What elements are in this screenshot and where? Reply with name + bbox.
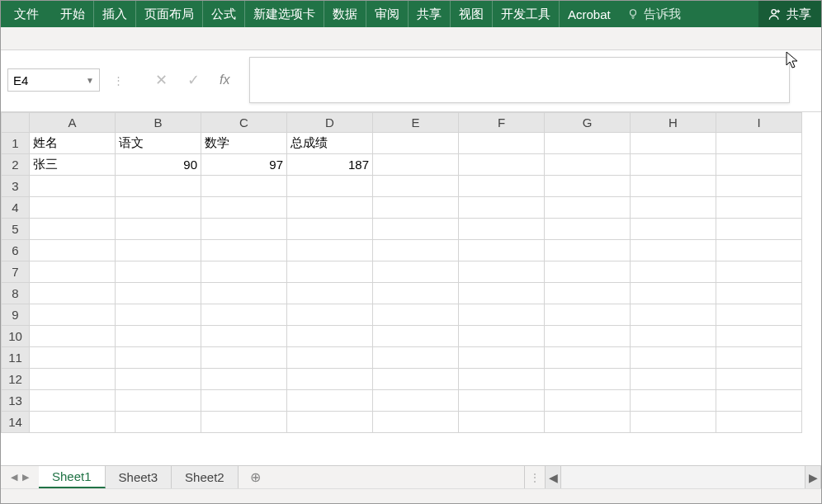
cell-C2[interactable]: 97 xyxy=(201,154,287,176)
ribbon-tab-view[interactable]: 视图 xyxy=(451,1,493,27)
cell-G3[interactable] xyxy=(545,176,631,197)
cell-C9[interactable] xyxy=(201,304,287,326)
cell-G6[interactable] xyxy=(545,240,631,261)
cell-A11[interactable] xyxy=(30,347,116,369)
ribbon-tab-new-tab[interactable]: 新建选项卡 xyxy=(245,1,324,27)
sheet-nav-prev-icon[interactable]: ◀ xyxy=(11,472,17,483)
cell-B12[interactable] xyxy=(116,369,201,390)
cell-F9[interactable] xyxy=(459,304,545,326)
col-header-B[interactable]: B xyxy=(116,113,201,133)
cell-B10[interactable] xyxy=(116,326,201,347)
cell-H11[interactable] xyxy=(631,347,716,369)
cell-G5[interactable] xyxy=(545,219,631,240)
cell-C6[interactable] xyxy=(201,240,287,261)
row-header-7[interactable]: 7 xyxy=(2,261,30,283)
ribbon-tab-file[interactable]: 文件 xyxy=(6,1,52,27)
row-header-1[interactable]: 1 xyxy=(2,133,30,154)
cell-E14[interactable] xyxy=(373,412,459,433)
cell-H7[interactable] xyxy=(631,261,716,283)
cell-G14[interactable] xyxy=(545,412,631,433)
row-header-11[interactable]: 11 xyxy=(2,347,30,369)
cell-F11[interactable] xyxy=(459,347,545,369)
cell-D10[interactable] xyxy=(287,326,373,347)
cell-G9[interactable] xyxy=(545,304,631,326)
cell-H5[interactable] xyxy=(631,219,716,240)
name-box[interactable]: E4 ▼ xyxy=(7,68,100,92)
cell-B14[interactable] xyxy=(116,412,201,433)
cell-C8[interactable] xyxy=(201,283,287,304)
cell-C11[interactable] xyxy=(201,347,287,369)
cell-A3[interactable] xyxy=(30,176,116,197)
col-header-I[interactable]: I xyxy=(716,113,802,133)
cell-G12[interactable] xyxy=(545,369,631,390)
cell-I12[interactable] xyxy=(716,369,802,390)
col-header-H[interactable]: H xyxy=(631,113,716,133)
cell-E2[interactable] xyxy=(373,154,459,176)
cell-H4[interactable] xyxy=(631,197,716,219)
row-header-9[interactable]: 9 xyxy=(2,304,30,326)
cell-G11[interactable] xyxy=(545,347,631,369)
share-button[interactable]: 共享 xyxy=(758,1,821,27)
cell-C10[interactable] xyxy=(201,326,287,347)
cell-G13[interactable] xyxy=(545,390,631,412)
cell-B4[interactable] xyxy=(116,197,201,219)
cell-F5[interactable] xyxy=(459,219,545,240)
cell-G7[interactable] xyxy=(545,261,631,283)
cell-A1[interactable]: 姓名 xyxy=(30,133,116,154)
fx-icon[interactable]: fx xyxy=(220,73,229,87)
cell-A5[interactable] xyxy=(30,219,116,240)
cell-I4[interactable] xyxy=(716,197,802,219)
splitter-dots[interactable]: ⋮ xyxy=(525,472,545,483)
cell-H9[interactable] xyxy=(631,304,716,326)
cell-I5[interactable] xyxy=(716,219,802,240)
cell-C5[interactable] xyxy=(201,219,287,240)
cell-F8[interactable] xyxy=(459,283,545,304)
cell-I1[interactable] xyxy=(716,133,802,154)
cell-B9[interactable] xyxy=(116,304,201,326)
cell-I10[interactable] xyxy=(716,326,802,347)
cell-A4[interactable] xyxy=(30,197,116,219)
ribbon-tab-share[interactable]: 共享 xyxy=(409,1,451,27)
cell-D14[interactable] xyxy=(287,412,373,433)
cell-H3[interactable] xyxy=(631,176,716,197)
cell-C14[interactable] xyxy=(201,412,287,433)
cell-H14[interactable] xyxy=(631,412,716,433)
cell-A2[interactable]: 张三 xyxy=(30,154,116,176)
cell-F4[interactable] xyxy=(459,197,545,219)
sheet-nav-next-icon[interactable]: ▶ xyxy=(22,472,29,483)
row-header-6[interactable]: 6 xyxy=(2,240,30,261)
cell-H8[interactable] xyxy=(631,283,716,304)
cell-E9[interactable] xyxy=(373,304,459,326)
cell-C4[interactable] xyxy=(201,197,287,219)
cell-H13[interactable] xyxy=(631,390,716,412)
cell-H2[interactable] xyxy=(631,154,716,176)
ribbon-tab-data[interactable]: 数据 xyxy=(324,1,366,27)
col-header-F[interactable]: F xyxy=(459,113,545,133)
cell-A8[interactable] xyxy=(30,283,116,304)
cell-G10[interactable] xyxy=(545,326,631,347)
cell-I14[interactable] xyxy=(716,412,802,433)
col-header-C[interactable]: C xyxy=(201,113,287,133)
scroll-track[interactable] xyxy=(561,466,805,488)
cell-H1[interactable] xyxy=(631,133,716,154)
cell-I9[interactable] xyxy=(716,304,802,326)
ribbon-tab-developer[interactable]: 开发工具 xyxy=(493,1,560,27)
cell-B2[interactable]: 90 xyxy=(116,154,201,176)
row-header-14[interactable]: 14 xyxy=(2,412,30,433)
row-header-8[interactable]: 8 xyxy=(2,283,30,304)
cell-A12[interactable] xyxy=(30,369,116,390)
cell-F14[interactable] xyxy=(459,412,545,433)
cell-D6[interactable] xyxy=(287,240,373,261)
cell-E5[interactable] xyxy=(373,219,459,240)
cell-F1[interactable] xyxy=(459,133,545,154)
col-header-D[interactable]: D xyxy=(287,113,373,133)
cell-E7[interactable] xyxy=(373,261,459,283)
horizontal-scrollbar[interactable]: ⋮ ◀ ▶ xyxy=(524,466,821,488)
cell-D7[interactable] xyxy=(287,261,373,283)
sheet-tab-Sheet3[interactable]: Sheet3 xyxy=(106,466,172,488)
cell-D13[interactable] xyxy=(287,390,373,412)
cell-F13[interactable] xyxy=(459,390,545,412)
cell-A14[interactable] xyxy=(30,412,116,433)
cell-E4[interactable] xyxy=(373,197,459,219)
cell-D8[interactable] xyxy=(287,283,373,304)
